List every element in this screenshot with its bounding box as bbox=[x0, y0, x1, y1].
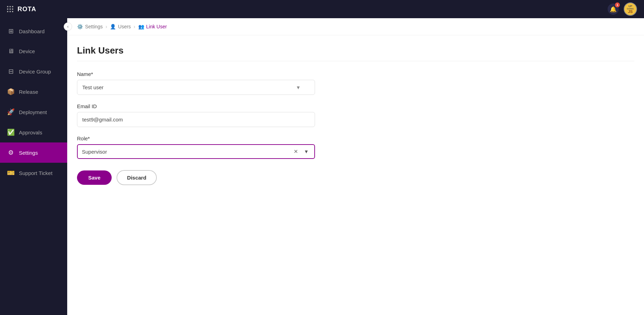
email-input[interactable] bbox=[77, 112, 315, 127]
sidebar-label-device: Device bbox=[19, 48, 35, 54]
settings-icon: ⚙ bbox=[7, 149, 15, 156]
deployment-icon: 🚀 bbox=[7, 108, 15, 116]
name-chevron-icon: ▼ bbox=[296, 85, 301, 90]
device-group-icon: ⊟ bbox=[7, 68, 15, 75]
email-label: Email ID bbox=[77, 103, 315, 109]
role-label: Role* bbox=[77, 135, 315, 141]
support-icon: 🎫 bbox=[7, 169, 15, 177]
name-select-wrapper: Test user ▼ bbox=[77, 80, 315, 95]
sidebar: ‹ ⊞ Dashboard 🖥 Device ⊟ Device Group 📦 … bbox=[0, 18, 67, 315]
sidebar-item-deployment[interactable]: 🚀 Deployment bbox=[0, 102, 67, 122]
approvals-icon: ✅ bbox=[7, 128, 15, 136]
page-title: Link Users bbox=[77, 45, 634, 61]
sidebar-item-approvals[interactable]: ✅ Approvals bbox=[0, 122, 67, 142]
role-input[interactable] bbox=[82, 149, 289, 155]
avatar[interactable]: UP GOING JS bbox=[624, 2, 637, 16]
discard-button[interactable]: Discard bbox=[117, 170, 157, 185]
settings-bc-icon: ⚙️ bbox=[77, 24, 83, 29]
notification-button[interactable]: 🔔 1 bbox=[608, 4, 619, 15]
breadcrumb-link-user[interactable]: 👥 Link User bbox=[138, 24, 167, 29]
role-form-group: Role* ✕ ▼ bbox=[77, 135, 315, 159]
sidebar-item-device[interactable]: 🖥 Device bbox=[0, 41, 67, 61]
topbar: ROTA 🔔 1 UP GOING JS bbox=[0, 0, 644, 18]
sidebar-item-dashboard[interactable]: ⊞ Dashboard bbox=[0, 21, 67, 41]
release-icon: 📦 bbox=[7, 88, 15, 96]
breadcrumb: ⚙️ Settings › 👤 Users › 👥 Link User bbox=[67, 18, 644, 35]
name-form-group: Name* Test user ▼ bbox=[77, 71, 315, 95]
dashboard-icon: ⊞ bbox=[7, 27, 15, 35]
main-layout: ‹ ⊞ Dashboard 🖥 Device ⊟ Device Group 📦 … bbox=[0, 18, 644, 315]
sidebar-label-deployment: Deployment bbox=[19, 109, 47, 115]
sidebar-label-approvals: Approvals bbox=[19, 130, 42, 135]
sidebar-item-support-ticket[interactable]: 🎫 Support Ticket bbox=[0, 163, 67, 183]
email-form-group: Email ID bbox=[77, 103, 315, 127]
sidebar-item-device-group[interactable]: ⊟ Device Group bbox=[0, 61, 67, 82]
app-logo: ROTA bbox=[18, 6, 36, 13]
link-user-bc-label: Link User bbox=[146, 24, 167, 29]
settings-bc-label: Settings bbox=[85, 24, 103, 29]
save-button[interactable]: Save bbox=[77, 170, 112, 185]
breadcrumb-sep-1: › bbox=[106, 24, 107, 29]
content-area: ⚙️ Settings › 👤 Users › 👥 Link User Link… bbox=[67, 18, 644, 315]
role-select-wrapper: ✕ ▼ bbox=[77, 144, 315, 159]
form-actions: Save Discard bbox=[77, 170, 315, 185]
sidebar-label-settings: Settings bbox=[19, 150, 38, 156]
role-chevron-icon[interactable]: ▼ bbox=[302, 149, 310, 154]
users-bc-icon: 👤 bbox=[110, 24, 116, 29]
topbar-right: 🔔 1 UP GOING JS bbox=[608, 2, 637, 16]
sidebar-toggle[interactable]: ‹ bbox=[64, 22, 72, 31]
sidebar-label-support: Support Ticket bbox=[19, 170, 52, 176]
role-clear-button[interactable]: ✕ bbox=[292, 148, 300, 155]
link-user-bc-icon: 👥 bbox=[138, 24, 144, 29]
breadcrumb-sep-2: › bbox=[134, 24, 135, 29]
sidebar-item-release[interactable]: 📦 Release bbox=[0, 82, 67, 102]
name-select[interactable]: Test user ▼ bbox=[77, 80, 315, 95]
name-selected-value: Test user bbox=[82, 84, 104, 90]
breadcrumb-settings[interactable]: ⚙️ Settings bbox=[77, 24, 103, 29]
link-user-form: Name* Test user ▼ Email ID Role* bbox=[77, 71, 315, 185]
menu-dots[interactable] bbox=[7, 6, 13, 12]
notification-badge: 1 bbox=[615, 2, 620, 7]
sidebar-label-dashboard: Dashboard bbox=[19, 28, 44, 34]
sidebar-label-device-group: Device Group bbox=[19, 69, 51, 75]
device-icon: 🖥 bbox=[7, 48, 15, 55]
name-label: Name* bbox=[77, 71, 315, 77]
breadcrumb-users[interactable]: 👤 Users bbox=[110, 24, 131, 29]
topbar-left: ROTA bbox=[7, 6, 36, 13]
users-bc-label: Users bbox=[118, 24, 131, 29]
sidebar-label-release: Release bbox=[19, 89, 38, 95]
page-body: Link Users Name* Test user ▼ Email ID bbox=[67, 35, 644, 315]
sidebar-item-settings[interactable]: ⚙ Settings bbox=[0, 142, 67, 163]
